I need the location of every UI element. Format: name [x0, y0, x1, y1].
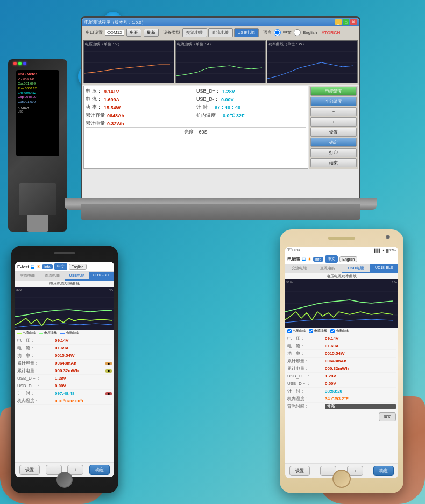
timer-value-left: 097:48:48	[55, 391, 105, 396]
tab-dc-right[interactable]: 直流电能	[314, 264, 342, 273]
minus-button[interactable]: －	[310, 107, 357, 116]
timer-label-left: 计 时：	[17, 390, 55, 396]
tab-usb-left[interactable]: USB电能	[65, 272, 89, 281]
temp-label-left: 机内温度：	[17, 398, 55, 404]
phone-camera-right	[386, 235, 390, 239]
capacity-value-right: 00648mAh	[325, 359, 396, 363]
tab-ble-right[interactable]: UD18-BLE	[370, 264, 399, 273]
lang-label: 语言	[263, 30, 272, 36]
phone-screen-right: 下午5:43 ▌▌▌ ▲ ▓ 27% 电能表 ⬓ ☀ info 中文 Engli…	[285, 247, 398, 478]
current-row-right: 电 流： 01.69A	[287, 342, 396, 350]
app-data-section-right: 电 压： 09.14V 电 流： 01.69A 功 率： 0015.54W 累计…	[285, 334, 398, 411]
timer-value-right: 38:53:20	[325, 389, 396, 394]
clear-btn-right[interactable]: 清零	[379, 412, 396, 421]
power-label-right: 功 率：	[287, 351, 325, 356]
temp-label: 机内温度：	[196, 112, 221, 119]
tab-ac-left[interactable]: 交流电能	[15, 272, 40, 281]
usb-power-button[interactable]: USB电能	[234, 28, 259, 37]
backlight-label-right: 背光时间：	[287, 403, 325, 409]
confirm-btn-left[interactable]: 确定	[89, 465, 110, 475]
tab-ac-right[interactable]: 交流电能	[285, 264, 314, 273]
legend-power-label-left: 功率曲线	[66, 331, 79, 335]
confirm-btn-right[interactable]: 确定	[373, 466, 394, 476]
plus-button[interactable]: ＋	[310, 117, 357, 127]
voltage-label-right: 电 压：	[287, 335, 325, 341]
tab-ble-left[interactable]: UD18-BLE	[89, 272, 114, 281]
full-clear-button[interactable]: 全部清零	[310, 97, 357, 106]
maximize-button[interactable]: □	[343, 19, 349, 25]
legend-power-checkbox-right[interactable]	[330, 329, 335, 333]
timer-row-right: 计 时： 38:53:20	[287, 388, 396, 395]
usb-minus-label-left: USB_D－：	[17, 383, 55, 389]
power-chart-svg	[267, 41, 357, 83]
close-button[interactable]: ✕	[350, 19, 357, 25]
settings-btn-right[interactable]: 设置	[289, 466, 310, 476]
energy-badge-left: ■	[105, 369, 112, 373]
usb-plus-label-left: USB_D + ：	[17, 375, 55, 381]
usb-meter-screen: USB Meter Vol:009.141 Cur:001.699 Pow:00…	[16, 70, 59, 156]
info-badge-right[interactable]: info	[313, 257, 323, 262]
info-badge-left[interactable]: info	[42, 264, 52, 269]
voltage-chart: 电压曲线（单位：V）	[83, 40, 174, 83]
voltage-value-left: 09.14V	[55, 338, 112, 343]
usb-minus-value-right: 0.00V	[325, 381, 396, 386]
sun-icon-left: ☀	[37, 264, 40, 269]
usb-dm-data-row: USB_D-： 0.00V	[196, 96, 306, 103]
port-value[interactable]: COM12	[105, 30, 124, 36]
voltage-row-right: 电 压： 09.14V	[287, 335, 396, 342]
legend-current-left: 电流曲线	[17, 331, 36, 335]
phone-right: 下午5:43 ▌▌▌ ▲ ▓ 27% 电能表 ⬓ ☀ info 中文 Engli…	[274, 224, 425, 504]
lang-cn-radio[interactable]	[274, 29, 281, 36]
dc-power-button[interactable]: 直流电能	[208, 28, 233, 37]
settings-sw-button[interactable]: 设置	[310, 128, 357, 137]
legend-voltage-left: 电压曲线	[39, 331, 57, 335]
lang-cn-label: 中文	[283, 30, 292, 36]
port-section: 串口设置 COM12 串开 刷新	[86, 29, 159, 37]
legend-voltage-right: 电压曲线	[287, 328, 306, 333]
capacity-data-row: 累计容量 0648Ah	[86, 112, 195, 119]
legend-current-checkbox-right[interactable]	[309, 329, 313, 333]
temp-display: 0.0℃ 32F	[223, 113, 245, 118]
lang-en-label: English	[303, 30, 317, 35]
legend-voltage-label-left: 电压曲线	[44, 331, 57, 335]
voltage-row-left: 电 压： 09.14V	[17, 337, 112, 345]
charts-row: 电压曲线（单位：V） 电流曲线（单位：A）	[82, 39, 359, 85]
chart-y-right-right: 6.0A	[392, 281, 397, 284]
lang-cn-btn-right[interactable]: 中文	[325, 255, 338, 263]
ac-power-button[interactable]: 交流电能	[182, 28, 207, 37]
lang-en-btn-left[interactable]: English	[69, 264, 87, 270]
legend-power-label-right: 功率曲线	[336, 328, 349, 333]
tab-dc-left[interactable]: 直流电能	[40, 272, 65, 281]
lang-en-radio[interactable]	[294, 29, 301, 36]
home-button-right[interactable]	[332, 470, 351, 488]
end-button[interactable]: 结束	[310, 158, 357, 167]
current-value-left: 01.69A	[55, 346, 112, 351]
energy-value-left: 000.32mWh	[55, 368, 105, 373]
timer-label: 计 时	[196, 104, 212, 111]
sw-data-panel: 电 压： 9.141V USB_D+： 1.28V 电 流： 1.699A	[83, 86, 308, 169]
legend-voltage-checkbox-right[interactable]	[287, 329, 292, 333]
battery-icon-right: ▓ 27%	[386, 249, 396, 252]
capacity-label-right: 累计容量：	[287, 358, 325, 364]
elec-clear-button[interactable]: 电能清零	[310, 87, 357, 96]
confirm-sw-button[interactable]: 确定	[310, 138, 357, 147]
open-port-button[interactable]: 串开	[126, 29, 141, 37]
chart-legend-left: 电流曲线 电压曲线 功率曲线	[15, 330, 114, 336]
current-chart-title: 电流曲线（单位：A）	[177, 41, 214, 47]
phone-speaker-left	[54, 252, 75, 254]
print-button[interactable]: 打印	[310, 148, 357, 157]
lang-cn-btn-left[interactable]: 中文	[54, 263, 67, 270]
legend-current-right: 电流曲线	[309, 328, 327, 333]
laptop-keyboard	[81, 204, 360, 220]
minimize-button[interactable]: _	[335, 19, 342, 25]
home-button-left[interactable]	[56, 472, 73, 488]
lang-en-btn-right[interactable]: English	[339, 256, 357, 262]
refresh-button[interactable]: 刷新	[144, 29, 159, 37]
settings-btn-left[interactable]: 设置	[19, 465, 40, 475]
capacity-row-right: 累计容量： 00648mAh	[287, 358, 396, 365]
sw-title: 电能测试程序（版本号：1.0.0）	[84, 19, 146, 25]
device-type-label: 设备类型	[163, 30, 180, 36]
language-section: 语言 中文 English	[263, 29, 317, 36]
tab-usb-right[interactable]: USB电能	[342, 264, 370, 273]
usb-minus-row-right: USB_D－： 0.00V	[287, 380, 396, 388]
